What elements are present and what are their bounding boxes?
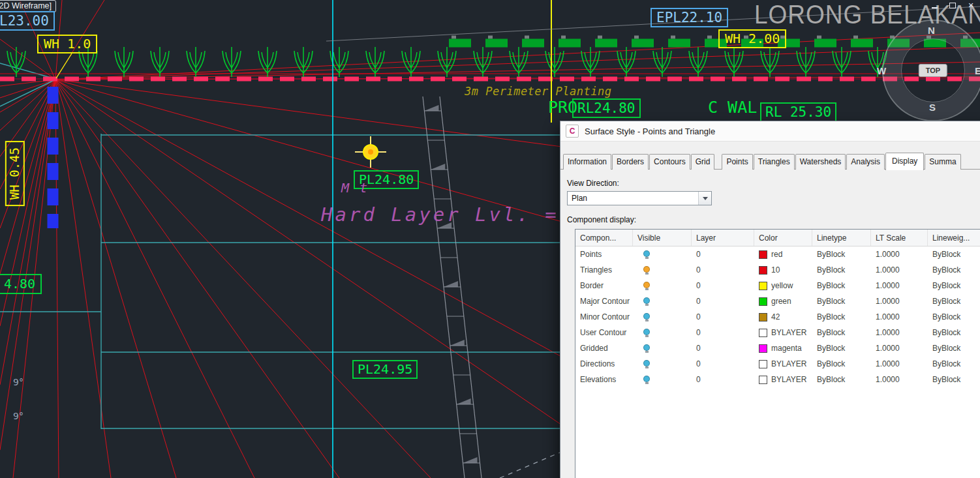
hard-layer-fragment: M t: [341, 181, 369, 196]
component-row-major-contour[interactable]: Major Contour0greenByBlock1.0000ByBlock: [575, 293, 980, 309]
color-name: 42: [771, 312, 780, 321]
table-header-row: Compon...VisibleLayerColorLinetypeLT Sca…: [575, 230, 980, 246]
component-row-gridded[interactable]: Gridded0magentaByBlock1.0000ByBlock: [575, 340, 980, 356]
visibility-bulb-icon[interactable]: [643, 360, 650, 366]
label-proposed-wall-right: C WAL: [708, 98, 757, 117]
viewcube-top-button[interactable]: TOP: [919, 64, 947, 77]
column-header-6[interactable]: Lineweig...: [928, 230, 980, 246]
compass-east-label[interactable]: E: [975, 65, 980, 76]
visibility-bulb-icon[interactable]: [643, 344, 650, 351]
combo-dropdown-button[interactable]: [698, 192, 711, 205]
component-row-user-contour[interactable]: User Contour0BYLAYERByBlock1.0000ByBlock: [575, 325, 980, 340]
color-name: red: [771, 250, 782, 259]
window-controls: ✕: [930, 1, 975, 9]
tab-analysis[interactable]: Analysis: [846, 154, 885, 170]
color-swatch[interactable]: [759, 344, 767, 353]
dialog-titlebar[interactable]: C Surface Style - Points and Triangle: [560, 121, 980, 142]
column-header-0[interactable]: Compon...: [575, 230, 633, 246]
label-pl2495: PL24.95: [352, 360, 418, 379]
compass-west-label[interactable]: W: [877, 65, 886, 76]
color-swatch[interactable]: [759, 376, 767, 384]
component-display-table: Compon...VisibleLayerColorLinetypeLT Sca…: [575, 229, 980, 478]
color-name: magenta: [771, 344, 802, 353]
label-wh2: WH 2.00: [718, 29, 786, 48]
tab-grid[interactable]: Grid: [691, 154, 715, 170]
column-header-4[interactable]: Linetype: [812, 230, 871, 246]
cad-viewport[interactable]: [2D Wireframe] L23.00 WH 1.0 EPL22.10 LO…: [0, 0, 980, 478]
visibility-bulb-icon[interactable]: [643, 297, 650, 304]
gray-dashed-line: [500, 453, 560, 478]
color-name: BYLAYER: [771, 375, 806, 384]
column-header-5[interactable]: LT Scale: [871, 230, 928, 246]
view-direction-select[interactable]: Plan: [567, 191, 712, 205]
tab-points[interactable]: Points: [722, 154, 752, 170]
surface-style-dialog: C Surface Style - Points and Triangle In…: [560, 121, 980, 478]
label-epl2210: EPL22.10: [651, 8, 728, 27]
tab-contours[interactable]: Contours: [649, 154, 690, 170]
ramp-treads: [424, 105, 480, 463]
color-name: BYLAYER: [771, 328, 806, 337]
color-swatch[interactable]: [759, 250, 767, 259]
restore-button[interactable]: [949, 1, 957, 9]
visibility-bulb-icon[interactable]: [643, 376, 650, 382]
chevron-down-icon: [703, 197, 708, 200]
component-row-triangles[interactable]: Triangles010ByBlock1.0000ByBlock: [575, 262, 980, 278]
color-name: green: [771, 297, 791, 306]
tab-borders[interactable]: Borders: [612, 154, 649, 170]
label-rl2480: RL24.80: [572, 98, 641, 118]
visibility-bulb-icon[interactable]: [643, 282, 650, 288]
compass-north-label[interactable]: N: [928, 25, 935, 36]
color-swatch[interactable]: [759, 329, 767, 337]
color-swatch[interactable]: [759, 282, 767, 290]
hard-layer-note: Hard Layer Lvl. = 2: [321, 204, 587, 226]
visibility-bulb-icon[interactable]: [643, 266, 650, 273]
visibility-bulb-icon[interactable]: [643, 250, 650, 257]
label-epl23: L23.00: [0, 11, 55, 31]
minimize-button[interactable]: [930, 1, 938, 9]
column-header-3[interactable]: Color: [754, 230, 812, 246]
minimize-icon: [932, 3, 938, 8]
close-button[interactable]: ✕: [967, 1, 975, 9]
color-name: BYLAYER: [771, 359, 806, 368]
color-name: 10: [771, 265, 780, 275]
table-body: Points0redByBlock1.0000ByBlockTriangles0…: [575, 246, 980, 387]
restore-icon: [949, 3, 956, 8]
view-direction-label: View Direction:: [567, 179, 619, 188]
column-header-1[interactable]: Visible: [633, 230, 692, 246]
color-swatch[interactable]: [759, 360, 767, 368]
component-row-minor-contour[interactable]: Minor Contour042ByBlock1.0000ByBlock: [575, 309, 980, 325]
label-rl-left-edge: 4.80: [0, 274, 42, 294]
compass-south-label[interactable]: S: [929, 102, 936, 113]
tab-information[interactable]: Information: [563, 154, 611, 170]
tab-display[interactable]: Display: [885, 153, 924, 170]
view-navigation-wheel[interactable]: N W E S TOP: [882, 20, 980, 121]
utility-pole-symbol: 9°: [13, 377, 23, 387]
tab-watersheds[interactable]: Watersheds: [795, 154, 846, 170]
planting-tree-symbols: [7, 47, 887, 77]
tab-triangles[interactable]: Triangles: [754, 154, 795, 170]
label-wh045: WH 0.45: [5, 141, 25, 206]
label-rl2530: RL 25.30: [760, 102, 836, 122]
survey-point-marker: [355, 136, 386, 168]
color-swatch[interactable]: [759, 297, 767, 306]
color-swatch[interactable]: [759, 266, 767, 275]
visibility-bulb-icon[interactable]: [643, 329, 650, 335]
dialog-tabs: InformationBordersContoursGridPointsTria…: [563, 153, 962, 170]
visibility-bulb-icon[interactable]: [643, 313, 650, 320]
view-direction-value: Plan: [572, 194, 587, 203]
dialog-title: Surface Style - Points and Triangle: [585, 127, 715, 136]
civil3d-style-icon: C: [566, 125, 579, 138]
wh1-leader-line: [56, 53, 72, 78]
perimeter-planting-label: 3m Perimeter Planting: [465, 85, 611, 98]
color-swatch[interactable]: [759, 313, 767, 321]
label-wh1: WH 1.0: [37, 35, 97, 53]
utility-pole-symbol: 9°: [13, 411, 23, 421]
component-row-border[interactable]: Border0yellowByBlock1.0000ByBlock: [575, 278, 980, 293]
component-row-elevations[interactable]: Elevations0BYLAYERByBlock1.0000ByBlock: [575, 372, 980, 387]
component-row-points[interactable]: Points0redByBlock1.0000ByBlock: [575, 246, 980, 262]
component-display-label: Component display:: [567, 215, 636, 224]
color-name: yellow: [771, 281, 793, 290]
tab-summa[interactable]: Summa: [925, 154, 960, 170]
column-header-2[interactable]: Layer: [692, 230, 754, 246]
component-row-directions[interactable]: Directions0BYLAYERByBlock1.0000ByBlock: [575, 356, 980, 372]
